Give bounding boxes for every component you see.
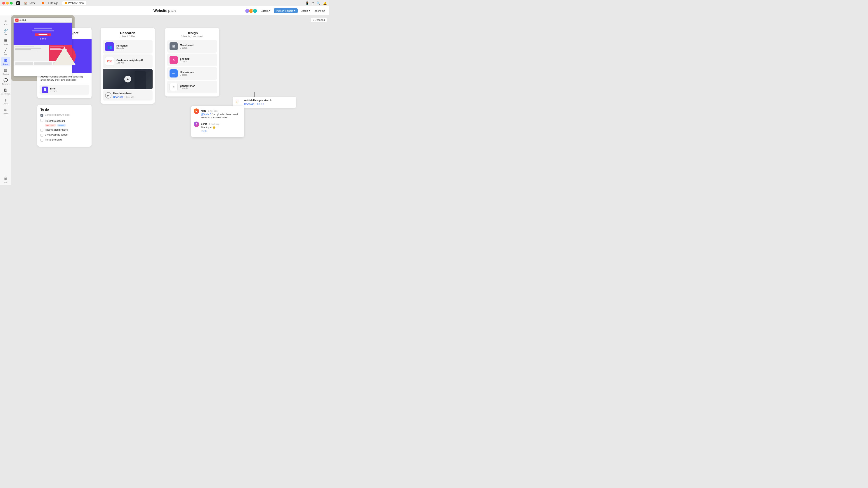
board-icon: ⊞ — [4, 58, 7, 63]
add-image-icon: 🖼 — [4, 88, 7, 92]
contentplan-icon: ≡ — [169, 83, 178, 91]
search-icon[interactable]: 🔍 — [316, 1, 320, 5]
note-label: Note — [4, 23, 7, 25]
column-icon: ▤ — [4, 68, 7, 72]
todo-item-2[interactable]: Request brand images — [40, 129, 88, 132]
design-title: Design — [168, 31, 216, 35]
column-label: Column — [2, 73, 9, 75]
user-interview-item[interactable]: ▶ User interviews Download - 16.9 MB — [103, 90, 153, 101]
todo-item-4[interactable]: Present concepts — [40, 138, 88, 142]
editor-avatars — [245, 8, 257, 13]
link-icon: 🔗 — [3, 29, 8, 33]
sitemap-item[interactable]: ✳ Sitemap 0 cards — [167, 54, 217, 66]
miro-logo: M — [16, 1, 20, 5]
nav-line-1 — [51, 20, 55, 20]
link-label: Link — [4, 33, 7, 35]
brief-icon: 📄 — [42, 87, 48, 93]
pdf-item[interactable]: PDF Customer Insights.pdf 188 KB — [103, 55, 153, 68]
personas-name: Personas — [116, 44, 128, 47]
sidebar: ≡ Note 🔗 Link ☰ To-do ╱ Line ⊞ Board ▤ C… — [0, 15, 11, 185]
comment-marc-content: Marc 1 week ago @Sonia J I've uploaded t… — [201, 108, 241, 119]
arthub-logo: A — [16, 19, 19, 22]
unsorted-label: 0 Unsorted — [313, 19, 325, 21]
card-design[interactable]: Design 3 boards, 1 document ⊞ Moodboard … — [165, 28, 219, 96]
personas-info: Personas 0 cards — [116, 44, 128, 50]
editors-label: Editors — [260, 9, 268, 12]
todo-item-0[interactable]: ✓ Complete brief with client — [40, 113, 88, 117]
sidebar-item-upload[interactable]: ↑ Upload — [1, 97, 10, 106]
user-interview-download[interactable]: Download — [113, 96, 123, 98]
zoom-out-button[interactable]: Zoom out — [313, 9, 327, 13]
sketch-file-icon: ◇ — [236, 99, 242, 105]
todo-checkbox-3[interactable] — [40, 134, 43, 137]
dot-1 — [40, 38, 41, 39]
sidebar-item-line[interactable]: ╱ Line — [1, 47, 10, 57]
research-subtitle: 1 board, 2 files — [104, 35, 151, 38]
uisketches-item[interactable]: ✏ UI sketches 0 cards — [167, 67, 217, 80]
brief-item[interactable]: 📄 Brief 0 cards — [39, 85, 89, 95]
todo-checkbox-4[interactable] — [40, 139, 43, 142]
sidebar-item-link[interactable]: 🔗 Link — [1, 27, 10, 37]
todo-checkbox-2[interactable] — [40, 129, 43, 132]
sidebar-item-add-image[interactable]: 🖼 Add image — [1, 87, 10, 96]
tab-websiteplan[interactable]: Website plan — [62, 1, 86, 5]
card-todo[interactable]: To do ✓ Complete brief with client Prese… — [37, 105, 92, 147]
card-comment: M Marc 1 week ago @Sonia J I've uploaded… — [191, 106, 244, 137]
todo-checkbox-0[interactable]: ✓ — [40, 114, 43, 117]
trash-label: Trash — [3, 181, 8, 183]
moodboard-name: Moodboard — [180, 44, 193, 46]
tab-uxdesign[interactable]: UX Design — [40, 1, 61, 5]
device-icon[interactable]: 📱 — [305, 1, 309, 5]
sidebar-item-note[interactable]: ≡ Note — [1, 17, 10, 27]
contentplan-count: 0 words — [180, 87, 195, 90]
add-image-label: Add image — [1, 93, 10, 95]
tab-home[interactable]: 🏠 Home — [22, 1, 38, 5]
page-title: Website plan — [153, 9, 176, 13]
zoom-label: Zoom out — [315, 9, 325, 12]
sketch-left — [13, 45, 49, 61]
todo-checkbox-1[interactable] — [40, 119, 43, 122]
file-download-link[interactable]: Download — [244, 103, 254, 105]
play-button[interactable]: ▶ — [124, 76, 131, 83]
maximize-button[interactable] — [10, 2, 13, 4]
left-line-2 — [15, 48, 41, 48]
todo-label: To-do — [3, 43, 8, 45]
sidebar-item-trash[interactable]: 🗑 Trash — [0, 174, 11, 185]
sidebar-item-todo[interactable]: ☰ To-do — [1, 37, 10, 46]
file-info: ArtHub Designs.sketch Download - 401 KB — [244, 99, 272, 106]
contentplan-info: Content Plan 0 words — [180, 85, 195, 90]
sidebar-item-comment[interactable]: 💬 Comment — [1, 77, 10, 86]
moodboard-item[interactable]: ⊞ Moodboard 0 cards — [167, 40, 217, 53]
avatar-marc: M — [194, 108, 199, 114]
sidebar-item-column[interactable]: ▤ Column — [1, 67, 10, 76]
tab-uxdesign-label: UX Design — [45, 2, 58, 5]
video-thumbnail[interactable]: ▶ — [103, 69, 153, 89]
nav-line-3 — [60, 20, 64, 20]
marc-name: Marc — [201, 109, 206, 112]
todo-item-3[interactable]: Create website content — [40, 133, 88, 137]
personas-icon: 👥 — [105, 42, 114, 51]
unsorted-badge[interactable]: 0 Unsorted — [311, 18, 327, 22]
moodboard-info: Moodboard 0 cards — [180, 44, 193, 49]
help-icon[interactable]: ? — [312, 1, 314, 5]
close-button[interactable] — [2, 2, 5, 4]
pdf-size: 188 KB — [116, 61, 143, 64]
dot-2 — [42, 38, 43, 39]
footer-block-2 — [34, 62, 52, 65]
contentplan-item[interactable]: ≡ Content Plan 0 words — [167, 80, 217, 93]
publish-share-button[interactable]: Publish & share ▾ — [274, 8, 298, 13]
export-button[interactable]: Export ▾ — [300, 8, 311, 13]
notification-icon[interactable]: 🔔 — [323, 1, 327, 5]
reply-button[interactable]: Reply — [201, 130, 219, 132]
todo-item-1[interactable]: Present Moodboard Due 3 Mar @Marc — [40, 119, 88, 127]
personas-item[interactable]: 👥 Personas 0 cards — [103, 40, 153, 54]
sidebar-item-draw[interactable]: ✏ Draw — [1, 107, 10, 116]
titlebar: M 🏠 Home UX Design Website plan 📱 ? 🔍 🔔 — [0, 0, 329, 6]
left-line-4 — [15, 51, 38, 51]
sidebar-item-board[interactable]: ⊞ Board — [1, 57, 10, 66]
card-research[interactable]: Research 1 board, 2 files 👥 Personas 0 c… — [101, 28, 155, 104]
minimize-button[interactable] — [6, 2, 9, 4]
editors-button[interactable]: Editors ▾ — [259, 8, 272, 13]
comment-sonia-header: Sonia 1 week ago — [201, 122, 219, 126]
sonia-name: Sonia — [201, 123, 207, 125]
